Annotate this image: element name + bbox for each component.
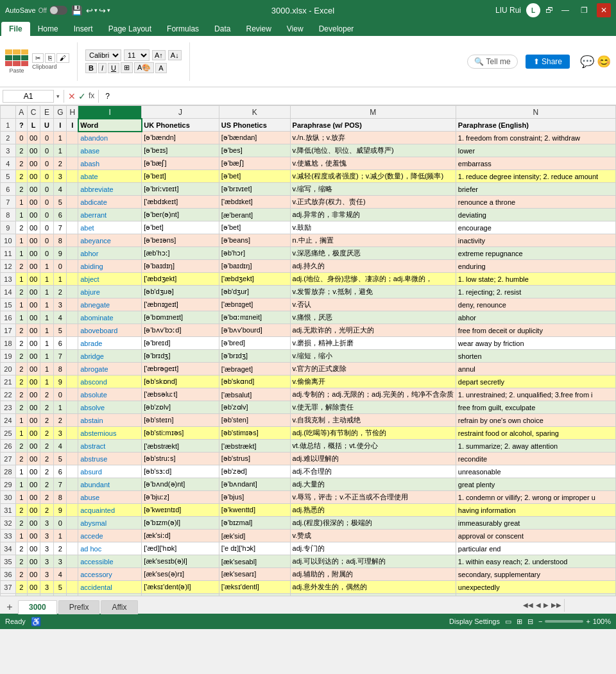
row-number[interactable]: 35	[1, 555, 16, 568]
cell[interactable]	[67, 183, 78, 196]
row-number[interactable]: 10	[1, 234, 16, 247]
cell[interactable]: 0	[40, 157, 54, 170]
share-button[interactable]: ⬆ Share	[526, 55, 570, 69]
bold-button[interactable]: B	[85, 63, 97, 73]
cell[interactable]: 6	[54, 337, 67, 350]
cell[interactable]: having information	[456, 504, 615, 517]
save-icon[interactable]: 💾	[71, 5, 82, 15]
cell[interactable]: 00	[27, 209, 40, 221]
cell[interactable]: 0	[54, 517, 67, 530]
cell[interactable]: abstemious	[78, 427, 142, 440]
cell[interactable]: 00	[27, 196, 40, 209]
cell[interactable]: 00	[27, 221, 40, 234]
cell[interactable]: 3	[40, 568, 54, 581]
cell[interactable]: 2	[15, 542, 27, 555]
cell[interactable]	[67, 517, 78, 530]
cell[interactable]: 2	[15, 170, 27, 183]
row-number[interactable]: 16	[1, 311, 16, 324]
cell[interactable]: 2	[15, 324, 27, 337]
cell[interactable]	[67, 144, 78, 157]
cell[interactable]: 2	[54, 414, 67, 427]
cell[interactable]: adj.熟悉的	[290, 504, 456, 517]
cell[interactable]: abstract	[78, 440, 142, 453]
row-number[interactable]: 26	[1, 440, 16, 453]
cell[interactable]: 2	[15, 260, 27, 273]
cell[interactable]	[67, 286, 78, 298]
cell[interactable]: ['æbrəgeɪt]	[142, 363, 219, 376]
cell[interactable]: v.使适应	[290, 594, 456, 596]
cell[interactable]: [ə'breɪd]	[142, 337, 219, 350]
cell[interactable]: 0	[54, 388, 67, 401]
cell[interactable]: 2	[40, 401, 54, 414]
cell[interactable]	[67, 311, 78, 324]
formula-dropdown[interactable]: ▾	[56, 93, 60, 99]
cell[interactable]: 00	[27, 568, 40, 581]
h1-us[interactable]: US Phonetics	[219, 119, 290, 132]
cell[interactable]: abstruse	[78, 453, 142, 465]
cell[interactable]: 0	[54, 260, 67, 273]
cell[interactable]: [əb'hɔr]	[219, 247, 290, 260]
cell[interactable]: unexpectedly	[456, 581, 615, 594]
cell[interactable]: [əb'skɒnd]	[142, 376, 219, 388]
cell[interactable]: [ə'beɪt]	[142, 170, 219, 183]
cell[interactable]: 00	[27, 594, 40, 596]
tab-insert[interactable]: Insert	[66, 22, 101, 36]
cell[interactable]: 0	[40, 183, 54, 196]
cell[interactable]: 00	[27, 157, 40, 170]
row-number[interactable]: 37	[1, 581, 16, 594]
cell[interactable]: 1. reduce degree intensity; 2. reduce am…	[456, 170, 615, 183]
cell[interactable]: ['æbstrækt]	[142, 440, 219, 453]
cell[interactable]: 00	[27, 350, 40, 363]
cell[interactable]: 2	[15, 401, 27, 414]
cell[interactable]: v.使尴尬，使羞愧	[290, 157, 456, 170]
cell[interactable]	[67, 542, 78, 555]
cell[interactable]: 2	[15, 157, 27, 170]
cell[interactable]: [ə'bɒmɪneɪt]	[142, 311, 219, 324]
cell[interactable]: abstain	[78, 414, 142, 427]
cell[interactable]: [æk'sid]	[219, 530, 290, 542]
copy-button[interactable]: ⎘	[45, 53, 55, 63]
format-painter-button[interactable]: 🖌	[56, 53, 69, 63]
cell[interactable]: 0	[15, 132, 27, 144]
cell[interactable]: v.缩写，缩略	[290, 183, 456, 196]
cell[interactable]: [əb'steɪn]	[142, 414, 219, 427]
cell[interactable]: 6	[54, 209, 67, 221]
cell[interactable]: 1	[15, 414, 27, 427]
cell[interactable]: 00	[27, 247, 40, 260]
cell[interactable]: 0	[40, 144, 54, 157]
cell[interactable]: 6	[54, 465, 67, 478]
cell[interactable]: abundant	[78, 478, 142, 491]
h1-para-cn[interactable]: Paraphrase (w/ POS)	[290, 119, 456, 132]
cell[interactable]: adj.(吃喝等)有节制的，节俭的	[290, 427, 456, 440]
row-number[interactable]: 14	[1, 286, 16, 298]
cell[interactable]	[67, 388, 78, 401]
cell[interactable]: 1	[40, 311, 54, 324]
cell[interactable]	[67, 440, 78, 453]
cell[interactable]: [ə'bɪzmal]	[219, 517, 290, 530]
cell[interactable]: 00	[27, 530, 40, 542]
cell[interactable]: 00	[27, 324, 40, 337]
h1-col-c[interactable]: L	[27, 119, 40, 132]
cell[interactable]: adj.大量的	[290, 478, 456, 491]
cell[interactable]: 2	[15, 594, 27, 596]
cell[interactable]: ['æksɪ'dent(ə)l]	[142, 581, 219, 594]
row-number[interactable]: 4	[1, 157, 16, 170]
cell[interactable]: 1	[40, 376, 54, 388]
cell[interactable]: 2	[15, 440, 27, 453]
cell[interactable]: 2	[15, 144, 27, 157]
cell[interactable]: 00	[27, 491, 40, 504]
cell[interactable]: 5	[54, 196, 67, 209]
cell[interactable]: 1. within easy reach; 2. understood	[456, 555, 615, 568]
cell[interactable]: 1	[15, 530, 27, 542]
cell[interactable]: 3	[54, 170, 67, 183]
cell[interactable]: v.发誓放弃；v.抵制，避免	[290, 286, 456, 298]
tab-developer[interactable]: Developer	[311, 22, 362, 36]
cell[interactable]: 0	[40, 234, 54, 247]
cell[interactable]: encourage	[456, 221, 615, 234]
cell[interactable]: 2	[15, 568, 27, 581]
cell[interactable]: [əb'zɑlv]	[219, 401, 290, 414]
row-number[interactable]: 6	[1, 183, 16, 196]
tab-file[interactable]: File	[1, 22, 30, 36]
row-number[interactable]: 36	[1, 568, 16, 581]
cell[interactable]	[67, 350, 78, 363]
